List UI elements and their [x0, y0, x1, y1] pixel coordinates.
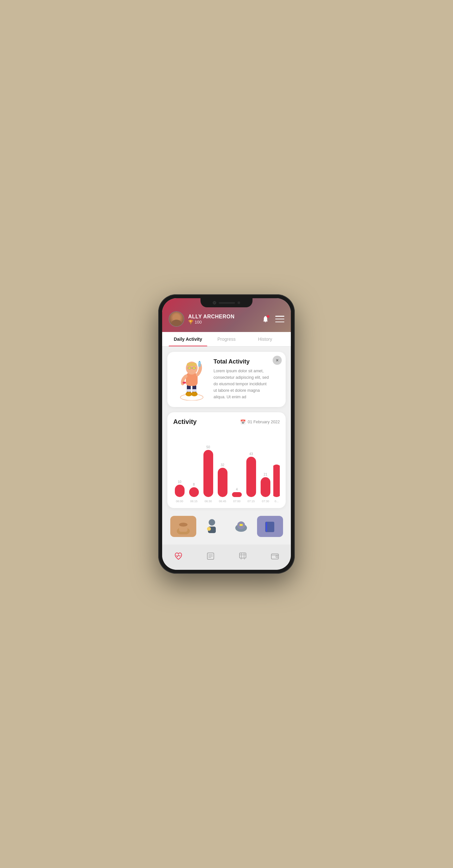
phone-screen: ALLY ARCHERON 🏆 100	[162, 298, 291, 570]
activity-date: 📅 01 February 2022	[240, 420, 280, 425]
bar-fill-3	[204, 450, 213, 497]
speaker-grille	[219, 302, 235, 304]
x-label-6: 07:15	[245, 500, 258, 503]
avatar-image	[169, 312, 184, 326]
bottom-decorative-area	[162, 513, 291, 539]
svg-point-41	[276, 556, 277, 557]
avatar[interactable]	[169, 311, 184, 327]
card-description: Lorem ipsum dolor sit amet, consectetur …	[213, 368, 269, 400]
accessory-illustration	[233, 518, 249, 534]
svg-rect-13	[192, 367, 195, 369]
character-figure	[176, 358, 208, 401]
close-button[interactable]: ×	[273, 356, 282, 365]
activity-title: Activity	[173, 418, 197, 426]
bar-fill-6	[246, 457, 256, 497]
menu-button[interactable]	[275, 316, 284, 322]
book-illustration	[263, 519, 277, 534]
bar-fill-1	[175, 485, 185, 497]
score-value: 100	[195, 320, 202, 324]
svg-point-21	[209, 519, 215, 526]
x-label-4: 06:45	[216, 500, 229, 503]
user-name-label: ALLY ARCHERON	[188, 314, 256, 320]
tab-history[interactable]: History	[246, 332, 284, 346]
card-title: Total Activity	[213, 358, 269, 365]
sensor	[238, 302, 240, 304]
x-label-1: 06:00	[173, 500, 186, 503]
svg-rect-28	[266, 522, 267, 531]
bar-group-4: 32	[216, 463, 229, 497]
svg-rect-6	[192, 389, 197, 392]
bar-chart: 10 8 50	[173, 432, 280, 497]
bar-group-2: 8	[187, 483, 200, 497]
character-container	[174, 358, 210, 401]
health-icon	[174, 552, 183, 561]
nav-wallet[interactable]	[268, 549, 282, 563]
header-actions	[260, 314, 284, 324]
bar-fill-4	[218, 468, 228, 497]
svg-point-4	[191, 392, 198, 396]
tab-progress[interactable]: Progress	[207, 332, 246, 346]
list-icon	[206, 552, 215, 560]
x-label-7: 07:30	[259, 500, 272, 503]
trophy-icon: 🏆	[188, 320, 193, 324]
svg-point-20	[179, 523, 187, 527]
chart-wrapper: 10 8 50	[173, 432, 280, 504]
bar-value-2: 8	[193, 483, 195, 486]
x-label-8: 0...	[273, 500, 280, 503]
tab-bar: Daily Activity Progress History	[162, 332, 291, 347]
bar-fill-8	[273, 465, 280, 497]
bar-fill-7	[261, 477, 270, 497]
bar-group-5: 4	[231, 488, 243, 497]
main-content: Total Activity Lorem ipsum dolor sit ame…	[162, 347, 291, 545]
bottom-item-4	[257, 516, 283, 537]
notification-button[interactable]	[260, 314, 271, 324]
nav-list[interactable]	[204, 549, 218, 563]
svg-rect-33	[240, 553, 246, 558]
total-activity-card: Total Activity Lorem ipsum dolor sit ame…	[168, 352, 285, 407]
bottom-navigation	[162, 545, 291, 570]
bar-fill-5	[232, 492, 242, 497]
bar-value-5: 4	[236, 488, 238, 491]
person-illustration	[203, 518, 221, 535]
bag-illustration	[175, 518, 191, 534]
bar-value-7: 21	[264, 473, 267, 476]
phone-notch	[201, 298, 252, 307]
bar-fill-2	[189, 487, 199, 497]
bar-value-3: 50	[206, 445, 210, 449]
date-label: 01 February 2022	[248, 420, 280, 424]
svg-rect-7	[186, 373, 198, 386]
phone-frame: ALLY ARCHERON 🏆 100	[158, 294, 295, 574]
tab-daily-activity[interactable]: Daily Activity	[169, 332, 207, 346]
activity-header: Activity 📅 01 February 2022	[173, 418, 280, 426]
bar-group-8	[273, 464, 280, 497]
svg-point-23	[207, 527, 211, 531]
nav-health[interactable]	[171, 549, 186, 563]
menu-line-2	[275, 319, 284, 320]
front-camera	[213, 301, 216, 304]
bar-value-4: 32	[221, 463, 224, 467]
svg-rect-12	[188, 367, 191, 369]
bar-group-7: 21	[259, 473, 272, 497]
svg-rect-16	[199, 361, 200, 362]
calendar-icon: 📅	[240, 420, 246, 425]
x-label-3: 06:30	[202, 500, 214, 503]
nav-cart[interactable]	[236, 549, 250, 563]
bar-group-1: 10	[173, 480, 186, 497]
cart-icon	[239, 552, 247, 560]
menu-line-3	[275, 321, 284, 322]
bottom-item-1	[170, 516, 196, 537]
svg-rect-15	[198, 362, 201, 367]
card-text: Total Activity Lorem ipsum dolor sit ame…	[213, 358, 279, 400]
bar-group-3: 50	[202, 445, 214, 497]
bar-group-6: 43	[245, 452, 258, 497]
notification-badge	[267, 315, 269, 318]
bottom-item-3	[228, 516, 254, 537]
wallet-icon	[271, 552, 279, 560]
svg-rect-26	[240, 524, 243, 526]
x-label-5: 07:00	[231, 500, 243, 503]
svg-rect-5	[186, 389, 191, 392]
x-axis-labels: 06:00 06:15 06:30 06:45 07:00 07:15 07:3…	[173, 497, 280, 504]
header-user-info: ALLY ARCHERON 🏆 100	[188, 314, 256, 324]
bar-value-6: 43	[249, 452, 253, 456]
user-score-label: 🏆 100	[188, 320, 256, 324]
